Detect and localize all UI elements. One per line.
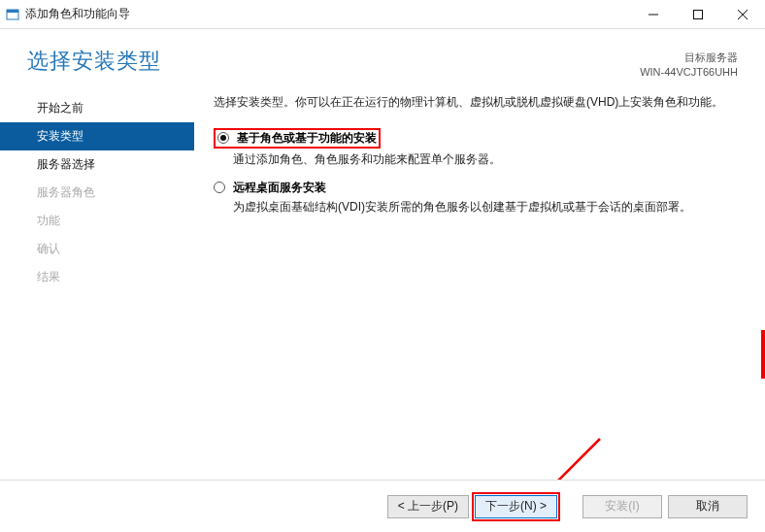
sidebar: 开始之前 安装类型 服务器选择 服务器角色 功能 确认 结果 bbox=[0, 94, 194, 488]
radio-icon bbox=[214, 182, 225, 193]
step-features: 功能 bbox=[0, 207, 194, 235]
titlebar: 添加角色和功能向导 bbox=[0, 0, 765, 29]
minimize-button[interactable] bbox=[631, 0, 676, 28]
target-server-value: WIN-44VCJT66UHH bbox=[640, 65, 738, 80]
step-before-you-begin[interactable]: 开始之前 bbox=[0, 94, 194, 122]
option-desc: 通过添加角色、角色服务和功能来配置单个服务器。 bbox=[233, 151, 742, 168]
red-sliver bbox=[761, 330, 765, 379]
svg-rect-1 bbox=[7, 10, 18, 13]
button-label: 取消 bbox=[696, 498, 719, 515]
step-server-selection[interactable]: 服务器选择 bbox=[0, 150, 194, 179]
button-label: 下一步(N) > bbox=[485, 498, 547, 515]
option-title: 基于角色或基于功能的安装 bbox=[237, 130, 377, 147]
button-label: < 上一步(P) bbox=[398, 498, 458, 515]
option-remote-desktop[interactable]: 远程桌面服务安装 为虚拟桌面基础结构(VDI)安装所需的角色服务以创建基于虚拟机… bbox=[214, 180, 742, 216]
close-button[interactable] bbox=[720, 0, 765, 28]
footer: < 上一步(P) 下一步(N) > 安装(I) 取消 bbox=[0, 480, 765, 532]
page-title: 选择安装类型 bbox=[27, 47, 161, 76]
option-role-based[interactable]: 基于角色或基于功能的安装 通过添加角色、角色服务和功能来配置单个服务器。 bbox=[214, 128, 742, 168]
window-controls bbox=[631, 0, 765, 28]
step-server-roles: 服务器角色 bbox=[0, 179, 194, 207]
step-label: 结果 bbox=[37, 270, 60, 283]
content: 选择安装类型。你可以在正在运行的物理计算机、虚拟机或脱机虚拟硬盘(VHD)上安装… bbox=[194, 94, 765, 488]
install-button: 安装(I) bbox=[582, 495, 662, 518]
step-label: 确认 bbox=[37, 242, 60, 255]
target-server-info: 目标服务器 WIN-44VCJT66UHH bbox=[640, 47, 738, 81]
cancel-button[interactable]: 取消 bbox=[668, 495, 748, 518]
option-title: 远程桌面服务安装 bbox=[233, 180, 326, 196]
option-desc: 为虚拟桌面基础结构(VDI)安装所需的角色服务以创建基于虚拟机或基于会话的桌面部… bbox=[233, 199, 742, 216]
app-icon bbox=[6, 8, 19, 21]
step-results: 结果 bbox=[0, 263, 194, 291]
next-button[interactable]: 下一步(N) > bbox=[475, 495, 557, 518]
maximize-button[interactable] bbox=[676, 0, 720, 28]
step-label: 服务器角色 bbox=[37, 185, 95, 199]
target-server-label: 目标服务器 bbox=[640, 50, 738, 65]
step-installation-type[interactable]: 安装类型 bbox=[0, 122, 194, 150]
step-label: 安装类型 bbox=[37, 129, 83, 143]
radio-icon bbox=[217, 132, 229, 144]
svg-rect-3 bbox=[694, 10, 703, 18]
button-label: 安装(I) bbox=[605, 498, 639, 515]
header: 选择安装类型 目标服务器 WIN-44VCJT66UHH bbox=[0, 29, 765, 94]
intro-text: 选择安装类型。你可以在正在运行的物理计算机、虚拟机或脱机虚拟硬盘(VHD)上安装… bbox=[214, 94, 742, 111]
step-label: 功能 bbox=[37, 214, 60, 227]
step-label: 开始之前 bbox=[37, 101, 83, 115]
step-label: 服务器选择 bbox=[37, 157, 95, 171]
step-confirmation: 确认 bbox=[0, 235, 194, 263]
window-title: 添加角色和功能向导 bbox=[25, 6, 130, 22]
prev-button[interactable]: < 上一步(P) bbox=[387, 495, 469, 518]
